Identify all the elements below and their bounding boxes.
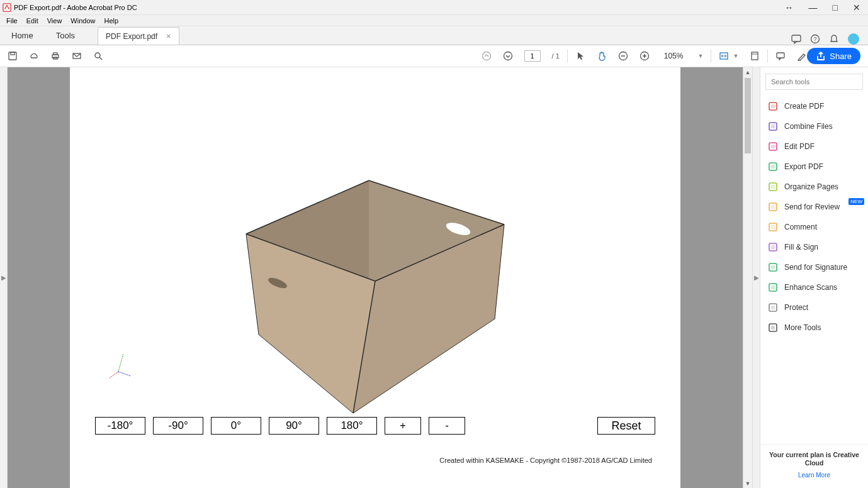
avatar[interactable] [848,33,859,45]
comment-icon[interactable] [775,51,786,61]
fit-dropdown-icon[interactable]: ▼ [733,53,738,59]
document-viewport[interactable]: -180° -90° 0° 90° 180° + - Reset Created… [8,67,752,488]
search-tools-input[interactable] [765,74,863,90]
chat-icon[interactable] [791,34,801,44]
rotate-btn-180[interactable]: 180° [327,417,377,435]
window-titlebar: PDF Export.pdf - Adobe Acrobat Pro DC ↔ … [0,0,868,15]
snap-icon[interactable]: ↔ [785,3,794,13]
zoom-in-icon[interactable] [640,51,650,61]
minimize-button[interactable]: — [809,3,818,13]
zoom-out-icon[interactable] [618,51,628,61]
search-icon[interactable] [93,51,103,61]
tool-icon [768,162,778,172]
cloud-icon[interactable] [29,51,39,61]
menu-window[interactable]: Window [67,16,99,25]
tool-label: More Tools [784,323,821,332]
scroll-down-icon[interactable]: ▼ [743,479,752,488]
menu-view[interactable]: View [43,16,66,25]
tool-item-create-pdf[interactable]: Create PDF [760,96,868,116]
menu-file[interactable]: File [3,16,21,25]
svg-rect-49 [771,165,775,169]
tool-item-export-pdf[interactable]: Export PDF [760,157,868,177]
rotate-btn-90[interactable]: 90° [269,417,319,435]
plan-info: Your current plan is Creative Cloud Lear… [760,444,868,488]
svg-point-10 [95,53,100,58]
help-icon[interactable]: ? [810,34,820,44]
save-icon[interactable] [8,51,18,61]
page-down-icon[interactable] [503,51,513,61]
tool-item-edit-pdf[interactable]: Edit PDF [760,136,868,157]
menubar: File Edit View Window Help [0,15,868,26]
hand-icon[interactable] [597,51,607,61]
share-button[interactable]: Share [807,48,860,64]
select-icon[interactable] [575,51,585,61]
tool-icon [768,101,778,111]
scroll-thumb[interactable] [745,78,751,153]
page-input[interactable] [524,50,541,62]
tool-item-send-for-review[interactable]: Send for ReviewNEW [760,197,868,217]
svg-rect-45 [771,125,775,128]
new-badge: NEW [848,198,864,205]
svg-line-39 [110,372,118,378]
svg-text:?: ? [813,36,816,42]
learn-more-link[interactable]: Learn More [798,472,830,479]
zoom-plus-btn[interactable]: + [385,417,421,435]
svg-rect-43 [771,104,775,108]
tool-icon [768,141,778,152]
svg-rect-4 [9,52,16,60]
tool-icon [768,121,778,131]
page-up-icon[interactable] [482,51,492,61]
tool-item-comment[interactable]: Comment [760,217,868,237]
zoom-minus-btn[interactable]: - [429,417,465,435]
menu-edit[interactable]: Edit [23,16,42,25]
tool-item-organize-pages[interactable]: Organize Pages [760,177,868,197]
toolbar: / 1 105% ▼ ▼ Share [0,45,868,67]
svg-line-41 [118,353,123,372]
bell-icon[interactable] [829,34,839,44]
svg-rect-53 [771,205,775,209]
rotate-btn-neg90[interactable]: -90° [153,417,203,435]
axis-gizmo [104,350,136,381]
tool-icon [768,282,778,292]
tool-icon [768,242,778,252]
credit-text: Created within KASEMAKE - Copyright ©198… [439,457,652,464]
tool-icon [768,202,778,212]
svg-rect-22 [777,53,784,58]
acrobat-icon [3,3,11,12]
tool-item-enhance-scans[interactable]: Enhance Scans [760,277,868,297]
pdf-page: -180° -90° 0° 90° 180° + - Reset Created… [70,67,680,488]
tab-home[interactable]: Home [0,26,45,45]
mail-icon[interactable] [72,51,82,61]
right-rail-toggle[interactable]: ▶ [752,67,760,488]
scroll-up-icon[interactable]: ▲ [743,67,752,77]
fit-width-icon[interactable] [719,51,729,61]
vertical-scrollbar[interactable]: ▲ ▼ [743,67,752,488]
rotate-btn-0[interactable]: 0° [211,417,261,435]
svg-rect-57 [771,245,775,249]
tool-label: Send for Review [784,202,840,211]
print-icon[interactable] [50,51,60,61]
rotate-btn-neg180[interactable]: -180° [95,417,145,435]
tool-label: Fill & Sign [784,243,818,252]
zoom-level[interactable]: 105% [661,50,687,62]
left-rail-toggle[interactable]: ▶ [0,67,8,488]
svg-rect-59 [771,265,775,269]
close-button[interactable]: ✕ [853,3,860,13]
tab-document[interactable]: PDF Export.pdf × [98,27,179,45]
box-3d-illustration [224,124,539,426]
tool-item-send-for-signature[interactable]: Send for Signature [760,257,868,277]
maximize-button[interactable]: □ [833,3,838,13]
menu-help[interactable]: Help [100,16,122,25]
zoom-dropdown-icon[interactable]: ▼ [697,53,703,59]
tab-close-icon[interactable]: × [166,31,171,41]
highlight-icon[interactable] [797,51,807,61]
tool-item-more-tools[interactable]: More Tools [760,318,868,338]
tab-tools[interactable]: Tools [45,26,86,45]
reset-btn[interactable]: Reset [597,417,655,435]
svg-rect-65 [771,326,775,330]
window-title: PDF Export.pdf - Adobe Acrobat Pro DC [14,4,785,11]
tool-item-protect[interactable]: Protect [760,297,868,318]
tool-item-fill-sign[interactable]: Fill & Sign [760,237,868,257]
fit-page-icon[interactable] [750,51,760,61]
tool-item-combine-files[interactable]: Combine Files [760,116,868,136]
